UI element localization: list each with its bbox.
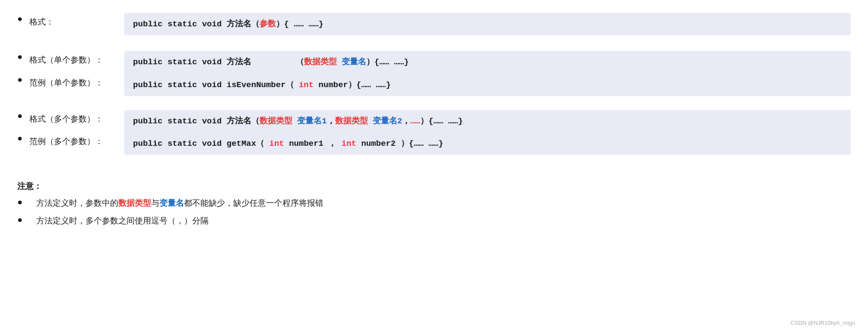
bullet-note-2: ● — [17, 215, 22, 225]
bullet-note-1: ● — [17, 197, 22, 207]
bullet-3: ● — [17, 75, 22, 85]
code-varname-1: 变量名 — [342, 57, 366, 67]
code-multi-example: public static void getMax（ int number1 ，… — [124, 132, 851, 155]
note-blue-1: 变量名 — [159, 198, 184, 207]
code-space-3 — [292, 116, 297, 126]
bullet-2: ● — [17, 52, 22, 62]
code-suffix-2: ）{…… ……} — [420, 116, 463, 126]
code-datatype-3: 数据类型 — [335, 116, 368, 126]
code-comma-3: ， — [323, 139, 336, 148]
code-text-2: ）{ …… ……} — [276, 19, 323, 29]
code-multi-format: public static void 方法名（数据类型 变量名1，数据类型 变量… — [124, 110, 851, 132]
section-multi-example: ● 范例（多个参数）： public static void getMax（ i… — [17, 132, 851, 155]
code-number-2: number1 — [289, 139, 323, 148]
code-keyword: public static void — [133, 19, 222, 29]
code-space-2 — [314, 80, 318, 90]
code-text-5: 方法名（ — [227, 116, 260, 126]
note-text-1: 方法定义时，参数中的数据类型与变量名都不能缺少，缺少任意一个程序将报错 — [36, 196, 323, 210]
code-param: 参数 — [260, 19, 276, 29]
code-text-6: getMax（ — [227, 139, 264, 148]
note-item-2: ● 方法定义时，多个参数之间使用逗号（，）分隔 — [17, 214, 851, 228]
code-single-example: public static void isEvenNumber（ int num… — [124, 74, 851, 96]
label-single-example: 范例（单个参数）： — [29, 74, 124, 89]
code-space-1 — [337, 57, 342, 67]
label-multi-format: 格式（多个参数）： — [29, 110, 124, 126]
bullet-5: ● — [17, 133, 22, 143]
code-dots: …… — [410, 116, 420, 126]
code-int-3: int — [336, 139, 361, 148]
section-single-example: ● 范例（单个参数）： public static void isEvenNum… — [17, 74, 851, 96]
code-kw-4: public static void — [133, 116, 222, 126]
code-datatype-1: 数据类型 — [304, 57, 337, 67]
code-comma-1: ， — [327, 116, 335, 126]
notes-section: 注意： ● 方法定义时，参数中的数据类型与变量名都不能缺少，缺少任意一个程序将报… — [17, 181, 851, 228]
label-single-format: 格式（单个参数）： — [29, 51, 124, 66]
code-text-1: 方法名（ — [227, 19, 260, 29]
code-space-4 — [368, 116, 373, 126]
note-red-1: 数据类型 — [118, 198, 151, 207]
bullet-1: ● — [17, 14, 22, 24]
code-kw-2: public static void — [133, 57, 222, 67]
label-format-basic: 格式： — [29, 13, 124, 28]
section-multi-param: ● 格式（多个参数）： public static void 方法名（数据类型 … — [17, 110, 851, 155]
code-format-basic: public static void 方法名（参数）{ …… ……} — [124, 13, 851, 35]
label-multi-example: 范例（多个参数）： — [29, 132, 124, 148]
section-single-param: ● 格式（单个参数）： public static void 方法名 （数据类型… — [17, 51, 851, 96]
code-text-3: 方法名 — [227, 57, 251, 67]
section-format-basic: ● 格式： public static void 方法名（参数）{ …… ……} — [17, 13, 851, 35]
code-text-4: isEvenNumber（ — [227, 80, 294, 90]
code-single-format: public static void 方法名 （数据类型 变量名）{…… ……} — [124, 51, 851, 73]
code-datatype-2: 数据类型 — [260, 116, 292, 126]
code-int-2: int — [264, 139, 289, 148]
code-kw-5: public static void — [133, 139, 222, 148]
code-comma-2: ， — [402, 116, 410, 126]
code-number-3: number2 — [361, 139, 396, 148]
note-item-1: ● 方法定义时，参数中的数据类型与变量名都不能缺少，缺少任意一个程序将报错 — [17, 196, 851, 210]
code-varname-2: 变量名1 — [297, 116, 326, 126]
code-kw-3: public static void — [133, 80, 222, 90]
bullet-4: ● — [17, 111, 22, 121]
code-varname-3: 变量名2 — [373, 116, 402, 126]
note-text-2: 方法定义时，多个参数之间使用逗号（，）分隔 — [36, 214, 209, 228]
code-number-1: number）{…… ……} — [319, 80, 391, 90]
code-suffix-1: ）{…… ……} — [366, 57, 409, 67]
watermark: CSDN @NJR10byh_migu — [790, 320, 855, 326]
code-paren-open: （ — [296, 57, 304, 67]
code-suffix-3: ）{…… ……} — [396, 139, 443, 148]
code-int-1: int — [294, 80, 314, 90]
section-multi-format: ● 格式（多个参数）： public static void 方法名（数据类型 … — [17, 110, 851, 132]
section-single-format: ● 格式（单个参数）： public static void 方法名 （数据类型… — [17, 51, 851, 73]
notes-title: 注意： — [17, 181, 851, 192]
